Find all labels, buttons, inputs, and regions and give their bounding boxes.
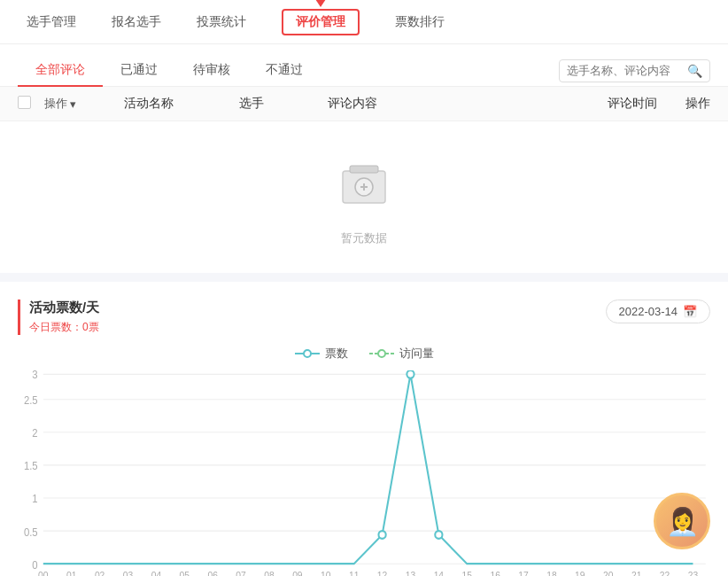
svg-text:08: 08 [264,569,275,576]
select-all-checkbox[interactable] [18,96,31,109]
col-header-op: 操作 [657,96,710,112]
action-dropdown-btn[interactable]: 操作 ▾ [44,96,124,112]
svg-text:05: 05 [180,569,190,576]
chart-header: 活动票数/天 今日票数：0票 2022-03-14 📅 [18,300,710,335]
svg-text:0.5: 0.5 [24,525,38,537]
support-avatar[interactable]: 👩‍💼 [654,493,710,549]
svg-point-10 [378,350,385,357]
sub-tabs-row: 全部评论 已通过 待审核 不通过 🔍 [0,44,728,87]
svg-text:13: 13 [406,569,416,576]
svg-point-49 [378,531,385,539]
svg-text:17: 17 [518,569,529,576]
svg-text:19: 19 [575,569,585,576]
sub-tab-all[interactable]: 全部评论 [18,55,103,87]
svg-text:11: 11 [349,569,360,576]
chart-area: 0 0.5 1 1.5 2 2.5 3 00 01 02 03 04 05 06… [18,370,710,576]
legend-votes: 票数 [295,346,348,362]
nav-contestant-mgmt[interactable]: 选手管理 [27,2,76,43]
svg-text:16: 16 [490,569,500,576]
svg-text:07: 07 [236,569,246,576]
svg-text:1: 1 [32,493,37,504]
svg-text:01: 01 [66,569,77,576]
votes-line [43,374,693,564]
svg-text:09: 09 [292,569,303,576]
svg-text:2.5: 2.5 [24,394,38,406]
legend-visits-label: 访问量 [399,346,434,362]
svg-text:20: 20 [603,569,614,576]
svg-text:02: 02 [95,569,105,576]
nav-comment-mgmt[interactable]: 评价管理 [282,9,360,35]
avatar-face-icon: 👩‍💼 [666,506,699,537]
svg-text:10: 10 [321,569,331,576]
empty-state: 暂元数据 [0,121,728,273]
svg-text:04: 04 [151,569,162,576]
svg-text:22: 22 [660,569,670,576]
svg-point-51 [435,531,442,539]
svg-text:15: 15 [462,569,473,576]
svg-point-8 [304,350,311,357]
chart-title: 活动票数/天 [29,300,99,316]
nav-vote-stats[interactable]: 投票统计 [197,2,246,43]
chevron-down-icon: ▾ [70,97,76,111]
svg-text:2: 2 [32,427,37,439]
svg-text:03: 03 [123,569,134,576]
empty-icon [336,157,392,223]
calendar-icon: 📅 [683,305,697,318]
svg-text:18: 18 [546,569,557,576]
chart-subtitle: 今日票数：0票 [29,320,99,335]
table-header-row: 操作 ▾ 活动名称 选手 评论内容 评论时间 操作 [0,87,728,121]
col-header-comment: 评论内容 [328,96,542,112]
top-navigation: 选手管理 报名选手 投票统计 评价管理 票数排行 [0,0,728,44]
legend-votes-label: 票数 [325,346,348,362]
chart-legend: 票数 访问量 [18,346,710,362]
search-input[interactable] [567,64,682,77]
chart-title-box: 活动票数/天 今日票数：0票 [18,300,99,335]
search-icon[interactable]: 🔍 [687,64,702,78]
svg-text:06: 06 [207,569,218,576]
legend-visits: 访问量 [369,346,434,362]
svg-text:23: 23 [688,569,699,576]
svg-marker-1 [314,0,328,7]
col-header-player: 选手 [239,96,328,112]
svg-text:00: 00 [38,569,49,576]
sub-tab-pending[interactable]: 待审核 [175,55,248,87]
main-content: 全部评论 已通过 待审核 不通过 🔍 操作 ▾ 活动名称 选手 评论内容 评论时… [0,44,728,273]
sub-tab-rejected[interactable]: 不通过 [248,55,321,87]
date-value: 2022-03-14 [619,305,678,318]
nav-register-player[interactable]: 报名选手 [112,2,161,43]
svg-text:3: 3 [32,370,37,380]
svg-text:1.5: 1.5 [24,460,38,471]
empty-text: 暂元数据 [341,230,387,246]
nav-vote-rank[interactable]: 票数排行 [395,2,445,43]
svg-rect-3 [350,166,378,173]
col-header-time: 评论时间 [542,96,657,112]
col-header-action: 操作 ▾ [44,96,124,112]
arrow-indicator [303,0,338,7]
chart-section: 活动票数/天 今日票数：0票 2022-03-14 📅 票数 访问量 [0,282,728,576]
chart-svg: 0 0.5 1 1.5 2 2.5 3 00 01 02 03 04 05 06… [18,370,710,576]
svg-text:14: 14 [434,569,445,576]
svg-text:12: 12 [377,569,388,576]
date-picker-button[interactable]: 2022-03-14 📅 [606,300,711,323]
search-box[interactable]: 🔍 [559,59,710,82]
col-header-activity: 活动名称 [124,96,239,112]
svg-text:21: 21 [631,569,642,576]
sub-tab-approved[interactable]: 已通过 [103,55,175,87]
svg-point-50 [407,370,414,378]
